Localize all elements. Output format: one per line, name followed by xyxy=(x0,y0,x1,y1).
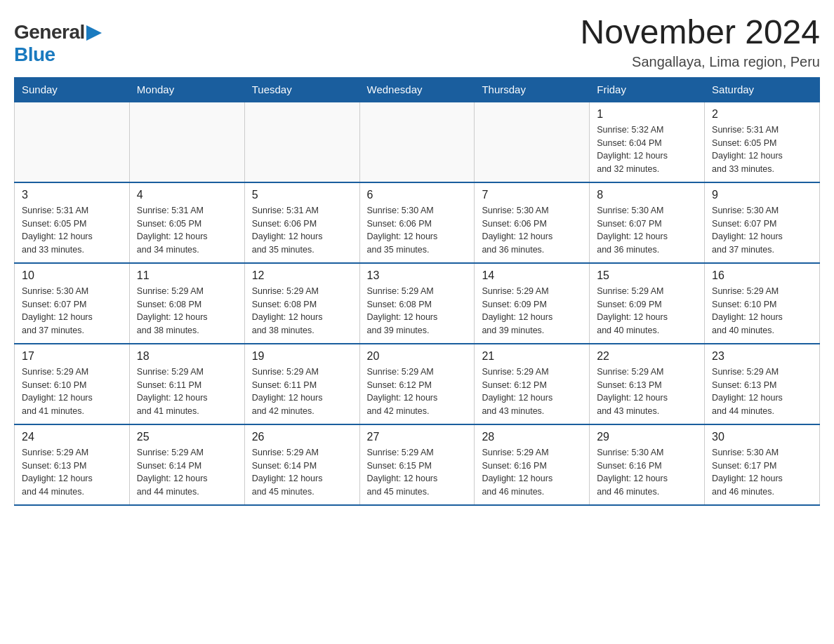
calendar-cell xyxy=(129,102,244,182)
calendar-cell: 15Sunrise: 5:29 AMSunset: 6:09 PMDayligh… xyxy=(590,263,705,344)
day-info: Sunrise: 5:29 AMSunset: 6:12 PMDaylight:… xyxy=(367,365,468,418)
calendar-cell: 28Sunrise: 5:29 AMSunset: 6:16 PMDayligh… xyxy=(475,424,590,505)
day-number: 9 xyxy=(712,189,812,201)
day-number: 16 xyxy=(712,269,812,282)
day-number: 26 xyxy=(252,431,352,443)
day-info: Sunrise: 5:29 AMSunset: 6:13 PMDaylight:… xyxy=(22,446,122,499)
weekday-header-wednesday: Wednesday xyxy=(359,77,475,102)
day-info: Sunrise: 5:29 AMSunset: 6:08 PMDaylight:… xyxy=(137,285,237,337)
day-number: 1 xyxy=(597,108,697,121)
day-info: Sunrise: 5:29 AMSunset: 6:13 PMDaylight:… xyxy=(712,365,812,418)
day-number: 18 xyxy=(137,350,237,363)
calendar-table: SundayMondayTuesdayWednesdayThursdayFrid… xyxy=(14,77,820,506)
logo: General Blue xyxy=(14,14,102,66)
day-info: Sunrise: 5:31 AMSunset: 6:05 PMDaylight:… xyxy=(712,123,812,176)
day-info: Sunrise: 5:29 AMSunset: 6:08 PMDaylight:… xyxy=(252,285,352,337)
calendar-week-row: 17Sunrise: 5:29 AMSunset: 6:10 PMDayligh… xyxy=(15,344,820,424)
page-header: General Blue November 2024 Sangallaya, L… xyxy=(14,14,820,70)
calendar-cell: 26Sunrise: 5:29 AMSunset: 6:14 PMDayligh… xyxy=(244,424,359,505)
calendar-week-row: 10Sunrise: 5:30 AMSunset: 6:07 PMDayligh… xyxy=(15,263,820,344)
calendar-week-row: 3Sunrise: 5:31 AMSunset: 6:05 PMDaylight… xyxy=(15,182,820,263)
calendar-cell: 5Sunrise: 5:31 AMSunset: 6:06 PMDaylight… xyxy=(244,182,359,263)
logo-arrow-icon xyxy=(86,25,102,41)
day-number: 15 xyxy=(597,269,697,282)
day-number: 20 xyxy=(367,350,468,363)
day-info: Sunrise: 5:29 AMSunset: 6:16 PMDaylight:… xyxy=(482,446,582,499)
calendar-cell: 9Sunrise: 5:30 AMSunset: 6:07 PMDaylight… xyxy=(705,182,820,263)
calendar-cell: 23Sunrise: 5:29 AMSunset: 6:13 PMDayligh… xyxy=(705,344,820,424)
weekday-header-tuesday: Tuesday xyxy=(244,77,359,102)
day-info: Sunrise: 5:31 AMSunset: 6:05 PMDaylight:… xyxy=(22,204,122,257)
calendar-cell: 18Sunrise: 5:29 AMSunset: 6:11 PMDayligh… xyxy=(129,344,244,424)
day-info: Sunrise: 5:30 AMSunset: 6:16 PMDaylight:… xyxy=(597,446,697,499)
calendar-cell: 27Sunrise: 5:29 AMSunset: 6:15 PMDayligh… xyxy=(359,424,475,505)
day-info: Sunrise: 5:30 AMSunset: 6:07 PMDaylight:… xyxy=(712,204,812,257)
calendar-cell xyxy=(359,102,475,182)
calendar-cell: 12Sunrise: 5:29 AMSunset: 6:08 PMDayligh… xyxy=(244,263,359,344)
day-number: 8 xyxy=(597,189,697,201)
day-number: 3 xyxy=(22,189,122,201)
day-info: Sunrise: 5:30 AMSunset: 6:06 PMDaylight:… xyxy=(367,204,468,257)
calendar-cell: 30Sunrise: 5:30 AMSunset: 6:17 PMDayligh… xyxy=(705,424,820,505)
calendar-cell xyxy=(244,102,359,182)
day-info: Sunrise: 5:31 AMSunset: 6:05 PMDaylight:… xyxy=(137,204,237,257)
weekday-header-sunday: Sunday xyxy=(15,77,130,102)
day-info: Sunrise: 5:32 AMSunset: 6:04 PMDaylight:… xyxy=(597,123,697,176)
weekday-header-monday: Monday xyxy=(129,77,244,102)
day-number: 2 xyxy=(712,108,812,121)
day-number: 10 xyxy=(22,269,122,282)
day-number: 21 xyxy=(482,350,582,363)
calendar-cell: 22Sunrise: 5:29 AMSunset: 6:13 PMDayligh… xyxy=(590,344,705,424)
calendar-cell: 8Sunrise: 5:30 AMSunset: 6:07 PMDaylight… xyxy=(590,182,705,263)
svg-marker-0 xyxy=(86,25,102,41)
calendar-cell: 29Sunrise: 5:30 AMSunset: 6:16 PMDayligh… xyxy=(590,424,705,505)
calendar-cell: 24Sunrise: 5:29 AMSunset: 6:13 PMDayligh… xyxy=(15,424,130,505)
day-info: Sunrise: 5:31 AMSunset: 6:06 PMDaylight:… xyxy=(252,204,352,257)
day-number: 4 xyxy=(137,189,237,201)
day-info: Sunrise: 5:29 AMSunset: 6:11 PMDaylight:… xyxy=(252,365,352,418)
day-number: 30 xyxy=(712,431,812,443)
logo-blue-text: Blue xyxy=(14,43,55,66)
calendar-cell: 10Sunrise: 5:30 AMSunset: 6:07 PMDayligh… xyxy=(15,263,130,344)
day-number: 22 xyxy=(597,350,697,363)
location-title: Sangallaya, Lima region, Peru xyxy=(580,54,820,70)
calendar-cell xyxy=(475,102,590,182)
day-number: 17 xyxy=(22,350,122,363)
day-info: Sunrise: 5:29 AMSunset: 6:14 PMDaylight:… xyxy=(252,446,352,499)
day-info: Sunrise: 5:30 AMSunset: 6:06 PMDaylight:… xyxy=(482,204,582,257)
day-info: Sunrise: 5:29 AMSunset: 6:10 PMDaylight:… xyxy=(22,365,122,418)
day-info: Sunrise: 5:29 AMSunset: 6:12 PMDaylight:… xyxy=(482,365,582,418)
calendar-cell: 4Sunrise: 5:31 AMSunset: 6:05 PMDaylight… xyxy=(129,182,244,263)
day-info: Sunrise: 5:30 AMSunset: 6:07 PMDaylight:… xyxy=(22,285,122,337)
day-info: Sunrise: 5:29 AMSunset: 6:10 PMDaylight:… xyxy=(712,285,812,337)
day-number: 11 xyxy=(137,269,237,282)
day-info: Sunrise: 5:29 AMSunset: 6:09 PMDaylight:… xyxy=(597,285,697,337)
day-number: 19 xyxy=(252,350,352,363)
calendar-cell: 3Sunrise: 5:31 AMSunset: 6:05 PMDaylight… xyxy=(15,182,130,263)
day-info: Sunrise: 5:30 AMSunset: 6:07 PMDaylight:… xyxy=(597,204,697,257)
day-number: 27 xyxy=(367,431,468,443)
calendar-cell: 2Sunrise: 5:31 AMSunset: 6:05 PMDaylight… xyxy=(705,102,820,182)
calendar-cell: 6Sunrise: 5:30 AMSunset: 6:06 PMDaylight… xyxy=(359,182,475,263)
day-info: Sunrise: 5:29 AMSunset: 6:13 PMDaylight:… xyxy=(597,365,697,418)
day-number: 24 xyxy=(22,431,122,443)
day-number: 13 xyxy=(367,269,468,282)
day-info: Sunrise: 5:30 AMSunset: 6:17 PMDaylight:… xyxy=(712,446,812,499)
day-info: Sunrise: 5:29 AMSunset: 6:14 PMDaylight:… xyxy=(137,446,237,499)
day-info: Sunrise: 5:29 AMSunset: 6:15 PMDaylight:… xyxy=(367,446,468,499)
day-number: 28 xyxy=(482,431,582,443)
calendar-cell: 19Sunrise: 5:29 AMSunset: 6:11 PMDayligh… xyxy=(244,344,359,424)
calendar-cell: 17Sunrise: 5:29 AMSunset: 6:10 PMDayligh… xyxy=(15,344,130,424)
day-number: 6 xyxy=(367,189,468,201)
day-number: 29 xyxy=(597,431,697,443)
calendar-week-row: 1Sunrise: 5:32 AMSunset: 6:04 PMDaylight… xyxy=(15,102,820,182)
weekday-header-friday: Friday xyxy=(590,77,705,102)
day-number: 5 xyxy=(252,189,352,201)
weekday-header-thursday: Thursday xyxy=(475,77,590,102)
day-info: Sunrise: 5:29 AMSunset: 6:08 PMDaylight:… xyxy=(367,285,468,337)
day-number: 25 xyxy=(137,431,237,443)
calendar-cell xyxy=(15,102,130,182)
calendar-cell: 16Sunrise: 5:29 AMSunset: 6:10 PMDayligh… xyxy=(705,263,820,344)
calendar-cell: 1Sunrise: 5:32 AMSunset: 6:04 PMDaylight… xyxy=(590,102,705,182)
month-title: November 2024 xyxy=(580,14,820,51)
